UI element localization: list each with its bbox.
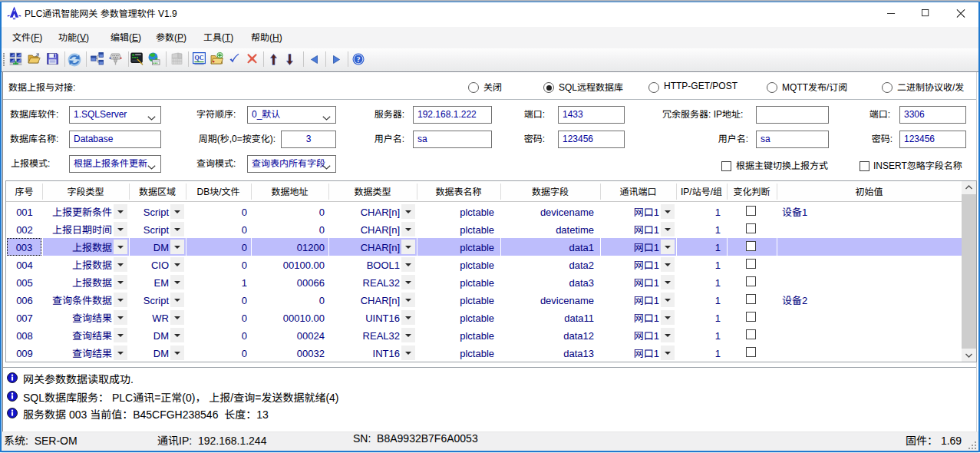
svg-text:QC: QC — [195, 55, 204, 61]
svg-text:?: ? — [357, 55, 361, 64]
